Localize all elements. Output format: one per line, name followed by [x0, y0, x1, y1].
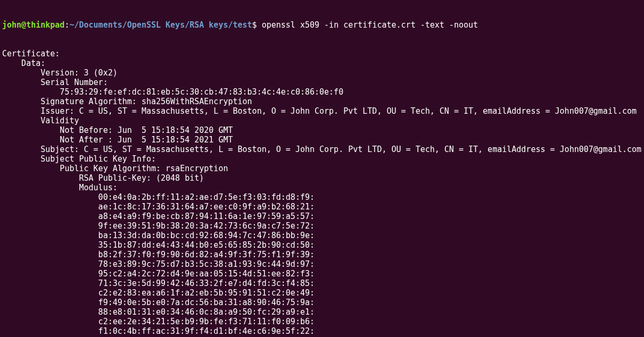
output-line: Issuer: C = US, ST = Massachusetts, L = … — [2, 106, 642, 116]
output-line: f9:49:0e:5b:e0:7a:dc:56:ba:31:a8:90:46:7… — [2, 298, 642, 307]
output-line: Data: — [2, 58, 642, 68]
output-line: a8:e4:a9:f9:be:cb:87:94:11:6a:1e:97:59:a… — [2, 212, 642, 221]
output-line: Signature Algorithm: sha256WithRSAEncryp… — [2, 97, 642, 106]
output-line: Not After : Jun 5 15:18:54 2021 GMT — [2, 135, 642, 145]
terminal[interactable]: john@thinkpad:~/Documents/OpenSSL Keys/R… — [0, 0, 644, 337]
prompt-path: ~/Documents/OpenSSL Keys/RSA keys/test — [69, 20, 252, 30]
output-line: RSA Public-Key: (2048 bit) — [2, 173, 642, 183]
output-line: 75:93:29:fe:ef:dc:81:eb:5c:30:cb:47:83:b… — [2, 87, 642, 97]
output-line: ba:13:3d:da:0b:bc:cd:92:68:94:7c:47:86:b… — [2, 231, 642, 240]
output-line: 00:e4:0a:2b:ff:11:a2:ae:d7:5e:f3:03:fd:d… — [2, 192, 642, 202]
output-line: 88:e8:01:31:e0:34:46:0c:8a:a9:50:fc:29:a… — [2, 307, 642, 317]
command-text: openssl x509 -in certificate.crt -text -… — [262, 20, 478, 30]
output-line: f1:0c:4b:ff:ac:31:9f:f4:d1:bf:4e:c6:9e:5… — [2, 326, 642, 336]
output-line: Modulus: — [2, 183, 642, 192]
output-line: 9f:ee:39:51:9b:38:20:3a:42:73:6c:9a:c7:5… — [2, 221, 642, 231]
output-line: c2:e2:83:ea:a6:1f:a2:eb:5b:95:91:51:c2:0… — [2, 288, 642, 298]
prompt-user: john@thinkpad — [2, 20, 64, 30]
prompt-line: john@thinkpad:~/Documents/OpenSSL Keys/R… — [2, 20, 642, 30]
output-line: 78:e3:89:9c:75:d7:b3:5c:38:a1:93:9c:44:9… — [2, 259, 642, 269]
output-line: b8:2f:37:f0:f9:90:6d:82:a4:9f:3f:75:f1:9… — [2, 250, 642, 259]
output-line: Version: 3 (0x2) — [2, 68, 642, 78]
output-line: Subject Public Key Info: — [2, 154, 642, 164]
output-line: Subject: C = US, ST = Massachusetts, L =… — [2, 145, 642, 154]
command-output: Certificate: Data: Version: 3 (0x2) Seri… — [2, 49, 642, 337]
output-line: Public Key Algorithm: rsaEncryption — [2, 164, 642, 173]
output-line: 71:3c:3e:5d:99:42:46:33:2f:e7:d4:fd:3c:f… — [2, 279, 642, 288]
output-line: Validity — [2, 116, 642, 125]
output-line: ae:1c:8c:17:36:31:64:a7:ee:c0:9f:a9:b2:6… — [2, 202, 642, 212]
output-line: Not Before: Jun 5 15:18:54 2020 GMT — [2, 125, 642, 135]
output-line: 35:1b:87:dd:e4:43:44:b0:e5:65:85:2b:90:c… — [2, 240, 642, 250]
output-line: 95:c2:a4:2c:72:d4:9e:aa:05:15:4d:51:ee:8… — [2, 269, 642, 279]
prompt-dollar: $ — [252, 20, 262, 30]
output-line: Certificate: — [2, 49, 642, 58]
output-line: Serial Number: — [2, 78, 642, 87]
output-line: c2:ee:2e:34:21:5e:b9:9b:fe:f3:71:11:f0:0… — [2, 317, 642, 326]
